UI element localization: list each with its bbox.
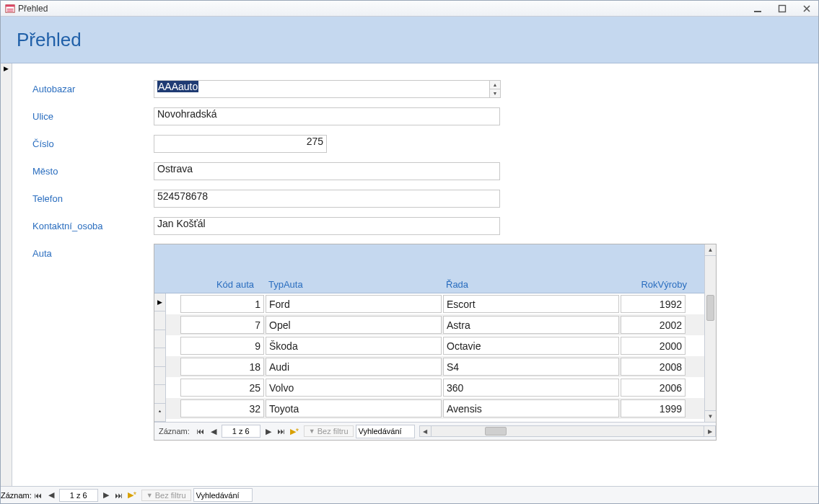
cell-rada[interactable]: Astra: [443, 316, 619, 334]
field-telefon[interactable]: 524578678: [154, 190, 500, 208]
field-ulice[interactable]: Novohradská: [154, 107, 500, 125]
label-telefon: Telefon: [32, 193, 154, 204]
field-cislo[interactable]: 275: [154, 135, 327, 153]
filter-button[interactable]: ▼ Bez filtru: [304, 425, 354, 437]
record-selector[interactable]: ▶: [1, 63, 12, 486]
spin-up-icon[interactable]: ▲: [490, 81, 500, 89]
next-record-button[interactable]: ▶: [100, 488, 113, 503]
cell-rada[interactable]: Escort: [443, 295, 619, 313]
col-header-rok: RokVýroby: [641, 279, 687, 290]
new-record-button[interactable]: ▶*: [288, 424, 301, 438]
row-marker[interactable]: [154, 385, 165, 403]
label-autobazar: Autobazar: [32, 84, 154, 94]
subform-rows: 1 Ford Escort 1992 7 Opel Astra 2002: [166, 293, 716, 422]
field-mesto[interactable]: Ostrava: [154, 162, 500, 180]
field-autobazar[interactable]: AAAauto: [154, 80, 500, 98]
minimize-button[interactable]: [750, 4, 765, 14]
first-record-button[interactable]: ⏮: [194, 424, 207, 438]
search-input[interactable]: [356, 425, 415, 438]
window: Přehled Přehled ▶ Autobazar AAAauto ▲ ▼: [0, 0, 819, 504]
prev-record-button[interactable]: ◀: [207, 424, 220, 438]
cell-kod[interactable]: 25: [180, 379, 264, 397]
svg-rect-3: [7, 10, 14, 11]
last-record-button[interactable]: ⏭: [113, 488, 126, 503]
row-marker[interactable]: [154, 311, 165, 330]
cell-kod[interactable]: 9: [180, 337, 264, 355]
scroll-thumb[interactable]: [706, 295, 714, 321]
svg-rect-1: [6, 4, 14, 6]
table-row: 9 Škoda Octavie 2000: [166, 335, 716, 356]
titlebar: Přehled: [1, 1, 818, 17]
scroll-thumb[interactable]: [485, 427, 507, 436]
col-header-kod: Kód auta: [170, 279, 254, 290]
record-counter[interactable]: [222, 425, 260, 438]
cell-typ[interactable]: Opel: [266, 316, 442, 334]
cell-rok[interactable]: 1999: [621, 399, 686, 417]
page-title: Přehled: [17, 29, 82, 51]
record-counter[interactable]: [59, 489, 98, 502]
cell-rok[interactable]: 1992: [621, 295, 686, 313]
subform-auta: Kód auta TypAuta Řada RokVýroby ▶: [154, 244, 717, 441]
label-ulice: Ulice: [32, 111, 154, 122]
window-title: Přehled: [18, 4, 48, 14]
cell-typ[interactable]: Toyota: [266, 399, 442, 417]
cell-rada[interactable]: Avensis: [443, 399, 619, 417]
table-row: 25 Volvo 360 2006: [166, 377, 716, 398]
row-marker[interactable]: ▶: [154, 293, 165, 311]
cell-rada[interactable]: 360: [443, 379, 619, 397]
nav-label: Záznam:: [154, 427, 194, 436]
last-record-button[interactable]: ⏭: [275, 424, 288, 438]
cell-kod[interactable]: 32: [180, 399, 264, 417]
scroll-right-icon[interactable]: ▶: [704, 426, 715, 436]
close-button[interactable]: [800, 4, 814, 14]
table-row: 7 Opel Astra 2002: [166, 314, 716, 335]
maximize-button[interactable]: [775, 4, 789, 14]
next-record-button[interactable]: ▶: [262, 424, 275, 438]
cell-typ[interactable]: Volvo: [266, 379, 442, 397]
subform-record-selector[interactable]: ▶ *: [154, 293, 166, 422]
form-detail: Autobazar AAAauto ▲ ▼ Ulice Novohradská …: [12, 63, 818, 486]
col-header-rada: Řada: [446, 279, 468, 290]
current-record-marker: ▶: [4, 65, 9, 72]
label-mesto: Město: [32, 166, 154, 177]
cell-typ[interactable]: Ford: [266, 295, 442, 313]
row-marker[interactable]: [154, 367, 165, 385]
scroll-down-icon[interactable]: ▼: [705, 410, 716, 422]
cell-typ[interactable]: Audi: [266, 358, 442, 376]
cell-kod[interactable]: 18: [180, 358, 264, 376]
label-kontakt: Kontaktní_osoba: [32, 221, 154, 231]
spin-down-icon[interactable]: ▼: [490, 89, 500, 97]
cell-rok[interactable]: 2008: [621, 358, 686, 376]
cell-kod[interactable]: 1: [180, 295, 264, 313]
horizontal-scrollbar[interactable]: ◀ ▶: [419, 425, 716, 437]
cell-rok[interactable]: 2002: [621, 316, 686, 334]
subform-navbar: Záznam: ⏮ ◀ ▶ ⏭ ▶* ▼ Bez filtru ◀: [154, 422, 716, 440]
main-navbar: Záznam: ⏮ ◀ ▶ ⏭ ▶* ▼ Bez filtru: [1, 486, 818, 503]
label-cislo: Číslo: [32, 138, 154, 149]
row-marker[interactable]: [154, 330, 165, 348]
first-record-button[interactable]: ⏮: [32, 488, 45, 503]
vertical-scrollbar[interactable]: ▲ ▼: [704, 244, 716, 422]
filter-icon: ▼: [146, 492, 153, 499]
cell-typ[interactable]: Škoda: [266, 337, 442, 355]
scroll-left-icon[interactable]: ◀: [420, 426, 432, 436]
filter-icon: ▼: [309, 428, 315, 435]
prev-record-button[interactable]: ◀: [45, 488, 58, 503]
cell-rok[interactable]: 2006: [621, 379, 686, 397]
spin-buttons[interactable]: ▲ ▼: [489, 80, 501, 98]
filter-button[interactable]: ▼ Bez filtru: [141, 490, 191, 501]
field-kontakt[interactable]: Jan Košťál: [154, 217, 500, 235]
row-marker[interactable]: [154, 348, 165, 366]
scroll-up-icon[interactable]: ▲: [705, 244, 716, 256]
new-record-button[interactable]: ▶*: [126, 488, 139, 503]
cell-rada[interactable]: S4: [443, 358, 619, 376]
table-row: 1 Ford Escort 1992: [166, 293, 716, 314]
cell-rada[interactable]: Octavie: [443, 337, 619, 355]
table-row: 32 Toyota Avensis 1999: [166, 398, 716, 419]
search-input[interactable]: [193, 488, 253, 502]
svg-rect-4: [754, 11, 761, 12]
new-row-marker[interactable]: *: [154, 404, 165, 422]
cell-rok[interactable]: 2000: [621, 337, 686, 355]
subform-header: Kód auta TypAuta Řada RokVýroby: [154, 244, 716, 293]
cell-kod[interactable]: 7: [180, 316, 264, 334]
